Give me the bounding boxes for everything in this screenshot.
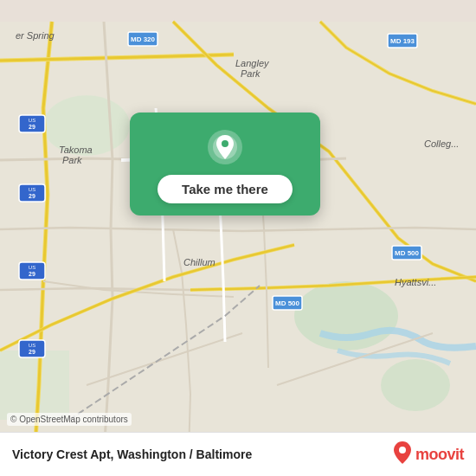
svg-text:Park: Park xyxy=(62,155,82,165)
svg-text:29: 29 xyxy=(29,124,35,130)
map-background: MD 320 MD 193 MD 500 MD 500 US 29 US 29 … xyxy=(0,0,476,476)
svg-text:29: 29 xyxy=(29,193,35,199)
svg-text:Hyattsvi...: Hyattsvi... xyxy=(395,277,436,287)
svg-text:MD 320: MD 320 xyxy=(131,35,156,43)
svg-text:US: US xyxy=(29,265,35,270)
svg-text:Takoma: Takoma xyxy=(59,145,93,155)
svg-rect-3 xyxy=(0,351,69,420)
svg-text:MD 500: MD 500 xyxy=(275,299,300,307)
map-container: MD 320 MD 193 MD 500 MD 500 US 29 US 29 … xyxy=(0,0,476,476)
svg-text:Langley: Langley xyxy=(235,58,270,68)
svg-point-2 xyxy=(381,359,450,411)
svg-text:29: 29 xyxy=(29,271,35,277)
svg-text:MD 500: MD 500 xyxy=(395,249,420,257)
popup-card: Take me there xyxy=(130,113,320,215)
moovit-logo: moovit xyxy=(393,441,464,467)
svg-point-35 xyxy=(222,140,228,147)
svg-text:US: US xyxy=(29,118,35,123)
bottom-bar: Victory Crest Apt, Washington / Baltimor… xyxy=(0,432,476,476)
svg-text:er Spring: er Spring xyxy=(16,30,55,41)
svg-text:MD 193: MD 193 xyxy=(390,37,415,45)
take-me-there-button[interactable]: Take me there xyxy=(158,175,293,203)
svg-text:Colleg...: Colleg... xyxy=(424,138,459,149)
location-info: Victory Crest Apt, Washington / Baltimor… xyxy=(12,447,252,461)
location-title: Victory Crest Apt, Washington / Baltimor… xyxy=(12,447,252,461)
svg-text:Park: Park xyxy=(241,68,261,79)
location-pin-icon xyxy=(206,128,244,166)
svg-text:US: US xyxy=(29,343,35,348)
svg-text:29: 29 xyxy=(29,349,35,355)
moovit-pin-icon xyxy=(393,441,412,467)
svg-point-36 xyxy=(399,447,406,453)
svg-text:US: US xyxy=(29,187,35,192)
moovit-brand-text: moovit xyxy=(415,446,464,464)
svg-text:Chillum: Chillum xyxy=(183,257,215,267)
copyright-text: © OpenStreetMap contributors xyxy=(7,413,132,426)
